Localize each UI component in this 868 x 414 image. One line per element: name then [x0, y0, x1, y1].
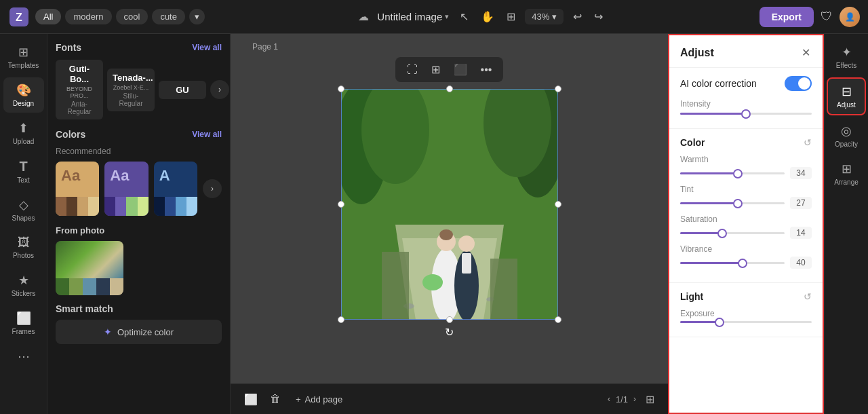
- warmth-value: 34: [790, 167, 812, 179]
- tab-opacity[interactable]: ◎ Opacity: [827, 118, 866, 153]
- tab-adjust[interactable]: ⊟ Adjust: [827, 77, 866, 115]
- optimize-color-button[interactable]: ✦ Optimize color: [56, 320, 222, 344]
- photo-palette[interactable]: [56, 241, 123, 295]
- sidebar-item-text[interactable]: T Text: [3, 153, 44, 189]
- handle-bottom-right[interactable]: [555, 316, 561, 323]
- sidebar-item-shapes[interactable]: ◇ Shapes: [3, 192, 44, 227]
- tint-slider-section: Tint 27: [680, 185, 812, 209]
- shapes-label: Shapes: [12, 214, 35, 222]
- sidebar-item-upload[interactable]: ⬆ Upload: [3, 115, 44, 151]
- cursor-icon[interactable]: ↖: [457, 7, 471, 26]
- vibrance-slider-track[interactable]: [680, 262, 785, 264]
- sidebar-item-templates[interactable]: ⊞ Templates: [3, 39, 44, 75]
- next-page-arrow[interactable]: ›: [633, 394, 636, 404]
- svg-text:Z: Z: [16, 12, 22, 23]
- vibrance-slider-thumb[interactable]: [738, 259, 747, 268]
- warmth-slider-thumb[interactable]: [733, 169, 743, 178]
- exposure-slider-thumb[interactable]: [715, 318, 724, 327]
- tag-modern[interactable]: modern: [65, 9, 111, 24]
- handle-bottom-mid[interactable]: [446, 316, 453, 323]
- tab-arrange[interactable]: ⊞ Arrange: [827, 156, 866, 191]
- export-button[interactable]: Export: [760, 7, 814, 27]
- light-reset-icon[interactable]: ↺: [804, 291, 812, 302]
- color-palette-purple[interactable]: Aa: [104, 162, 148, 216]
- palette-purple-aa: Aa: [110, 167, 129, 185]
- page-thumbnail-icon[interactable]: ⬜: [241, 390, 260, 409]
- photo-palette-img: [56, 241, 123, 278]
- tag-cute[interactable]: cute: [152, 9, 185, 24]
- sidebar-item-design[interactable]: 🎨 Design: [3, 77, 44, 113]
- add-page-button[interactable]: + Add page: [290, 392, 348, 407]
- optimize-icon: ✦: [104, 326, 112, 337]
- color-palette-warm[interactable]: Aa: [56, 162, 99, 216]
- font-card-2[interactable]: GU: [159, 81, 206, 99]
- intensity-slider-thumb[interactable]: [741, 109, 751, 119]
- rotate-handle[interactable]: ↻: [445, 326, 454, 339]
- color-reset-icon[interactable]: ↺: [804, 137, 812, 148]
- arrange-tab-label: Arrange: [834, 178, 859, 186]
- warmth-slider-fill: [680, 172, 738, 174]
- saturation-slider-track[interactable]: [680, 232, 785, 234]
- grid-tool[interactable]: ⊞: [428, 61, 443, 78]
- left-sidebar: ⊞ Templates 🎨 Design ⬆ Upload T Text ◇ S…: [0, 34, 47, 414]
- exposure-slider-track[interactable]: [680, 321, 812, 323]
- colors-title: Colors: [56, 129, 85, 140]
- upload-cloud-icon[interactable]: ☁: [358, 10, 369, 23]
- document-title-area[interactable]: Page 1 Untitled image ▾: [377, 11, 449, 22]
- vibrance-slider-fill: [680, 262, 743, 264]
- fonts-view-all[interactable]: View all: [192, 43, 222, 52]
- prev-page-arrow[interactable]: ‹: [608, 394, 610, 404]
- warmth-slider-track[interactable]: [680, 172, 785, 174]
- shield-icon[interactable]: 🛡: [821, 10, 833, 24]
- adjust-panel-title: Adjust: [680, 47, 714, 59]
- grid-view-icon[interactable]: ⊞: [504, 7, 518, 26]
- redo-icon[interactable]: ↪: [591, 7, 606, 26]
- sidebar-item-stickers[interactable]: ★ Stickers: [3, 267, 44, 303]
- tint-slider-thumb[interactable]: [733, 199, 743, 208]
- handle-top-left[interactable]: [338, 86, 344, 92]
- sidebar-item-frames[interactable]: ⬜ Frames: [3, 305, 44, 341]
- tab-effects[interactable]: ✦ Effects: [827, 39, 866, 75]
- tint-slider-track[interactable]: [680, 202, 785, 204]
- sidebar-item-more[interactable]: ⋯: [3, 343, 44, 369]
- handle-mid-left[interactable]: [338, 201, 344, 208]
- handle-mid-right[interactable]: [555, 201, 561, 208]
- app-logo[interactable]: Z: [8, 6, 30, 28]
- color-palette-blue[interactable]: A: [154, 162, 197, 216]
- undo-icon[interactable]: ↩: [570, 7, 585, 26]
- saturation-slider-thumb[interactable]: [717, 229, 727, 238]
- colors-more-btn[interactable]: ›: [203, 179, 222, 198]
- ai-correction-toggle[interactable]: [785, 76, 812, 91]
- tag-all[interactable]: All: [35, 9, 61, 24]
- hand-icon[interactable]: ✋: [478, 7, 497, 26]
- intensity-slider-track[interactable]: [680, 113, 812, 115]
- vibrance-slider-section: Vibrance 40: [680, 244, 812, 269]
- fonts-more-btn[interactable]: ›: [210, 80, 229, 99]
- frame-tool[interactable]: ⬛: [450, 61, 471, 78]
- recommended-label: Recommended: [56, 147, 222, 156]
- tag-cool[interactable]: cool: [116, 9, 149, 24]
- handle-top-right[interactable]: [555, 86, 561, 92]
- ai-correction-section: AI color correction Intensity: [669, 68, 823, 129]
- handle-top-mid[interactable]: [446, 86, 453, 92]
- light-section-title: Light: [680, 291, 703, 302]
- photos-icon: 🖼: [18, 236, 30, 250]
- sidebar-item-photos[interactable]: 🖼 Photos: [3, 230, 44, 265]
- tag-filters: All modern cool cute ▾: [35, 9, 205, 24]
- colors-view-all[interactable]: View all: [192, 130, 222, 139]
- handle-bottom-left[interactable]: [338, 316, 344, 323]
- grid-view-bottom-icon[interactable]: ⊞: [643, 390, 657, 409]
- toolbar-icons: ↖ ✋ ⊞ 43% ▾ ↩ ↪: [457, 7, 606, 26]
- delete-page-icon[interactable]: 🗑: [267, 390, 283, 408]
- fonts-title: Fonts: [56, 42, 81, 53]
- tag-more-btn[interactable]: ▾: [189, 9, 205, 24]
- font-card-0[interactable]: Guti-Bo... BEYOND PRO... Anta-Regular: [56, 60, 103, 119]
- adjust-close-button[interactable]: ✕: [800, 45, 812, 60]
- crop-tool[interactable]: ⛶: [403, 62, 421, 78]
- toggle-thumb: [798, 77, 810, 90]
- color-section: Color ↺ Warmth 34 Tint: [669, 129, 823, 283]
- user-avatar[interactable]: 👤: [840, 7, 860, 27]
- font-card-1[interactable]: Tenada-... Zoebel X-E... Stilu-Regular: [107, 69, 155, 111]
- more-tool[interactable]: •••: [477, 62, 496, 78]
- zoom-control[interactable]: 43% ▾: [525, 9, 564, 24]
